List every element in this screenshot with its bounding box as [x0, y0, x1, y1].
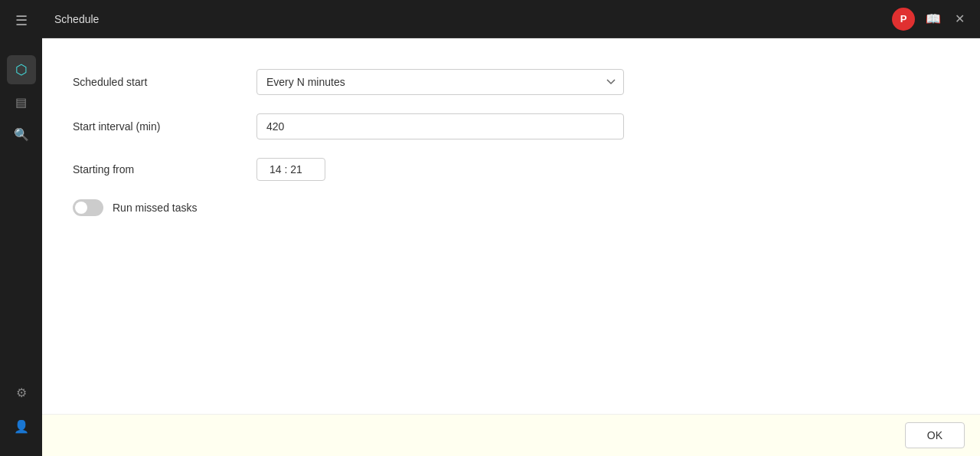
title-bar: Schedule P 📖 ✕ — [42, 0, 980, 38]
sidebar-item-sliders[interactable]: ▤ — [7, 87, 36, 116]
scheduled-start-row: Scheduled start Every N minutes Every N … — [73, 69, 949, 95]
user-icon: 👤 — [14, 419, 29, 434]
start-interval-wrapper — [256, 113, 624, 139]
sliders-icon: ▤ — [15, 95, 27, 110]
page-title: Schedule — [54, 13, 883, 25]
sidebar: ☰ ⬡ ▤ 🔍 ⚙ 👤 — [0, 0, 42, 456]
start-interval-input[interactable] — [256, 113, 624, 139]
dialog-panel: Scheduled start Every N minutes Every N … — [42, 38, 980, 456]
dialog-footer: OK — [42, 414, 980, 456]
run-missed-tasks-label: Run missed tasks — [113, 202, 197, 214]
close-icon[interactable]: ✕ — [952, 8, 968, 29]
sidebar-items: ⬡ ▤ 🔍 — [7, 55, 36, 372]
toggle-slider — [73, 199, 103, 216]
avatar-button[interactable]: P — [892, 8, 915, 31]
run-missed-tasks-row: Run missed tasks — [73, 199, 949, 216]
scheduled-start-select[interactable]: Every N minutes Every N hours Daily Week… — [256, 69, 624, 95]
sidebar-bottom: ⚙ 👤 — [7, 378, 36, 441]
ok-button[interactable]: OK — [905, 422, 965, 448]
start-interval-row: Start interval (min) — [73, 113, 949, 139]
sidebar-item-settings[interactable]: ⚙ — [7, 378, 36, 407]
starting-from-label: Starting from — [73, 163, 256, 176]
main-area: Schedule P 📖 ✕ Scheduled start Every N m… — [42, 0, 980, 456]
connector-icon: ⬡ — [15, 61, 28, 78]
starting-from-wrapper: 14 : 21 — [256, 158, 624, 181]
sidebar-item-connector[interactable]: ⬡ — [7, 55, 36, 84]
search-icon: 🔍 — [14, 127, 29, 142]
title-actions: P 📖 ✕ — [892, 8, 968, 31]
sidebar-item-user[interactable]: 👤 — [7, 412, 36, 441]
run-missed-tasks-toggle[interactable] — [73, 199, 103, 216]
content-area: Scheduled start Every N minutes Every N … — [42, 38, 980, 456]
starting-from-row: Starting from 14 : 21 — [73, 158, 949, 181]
scheduled-start-label: Scheduled start — [73, 76, 256, 88]
sidebar-item-search[interactable]: 🔍 — [7, 120, 36, 149]
book-icon[interactable]: 📖 — [923, 8, 944, 29]
menu-icon[interactable]: ☰ — [11, 8, 32, 34]
start-interval-label: Start interval (min) — [73, 120, 256, 133]
starting-from-display[interactable]: 14 : 21 — [256, 158, 325, 181]
scheduled-start-wrapper: Every N minutes Every N hours Daily Week… — [256, 69, 624, 95]
dialog-body: Scheduled start Every N minutes Every N … — [42, 38, 980, 414]
settings-icon: ⚙ — [16, 385, 27, 400]
